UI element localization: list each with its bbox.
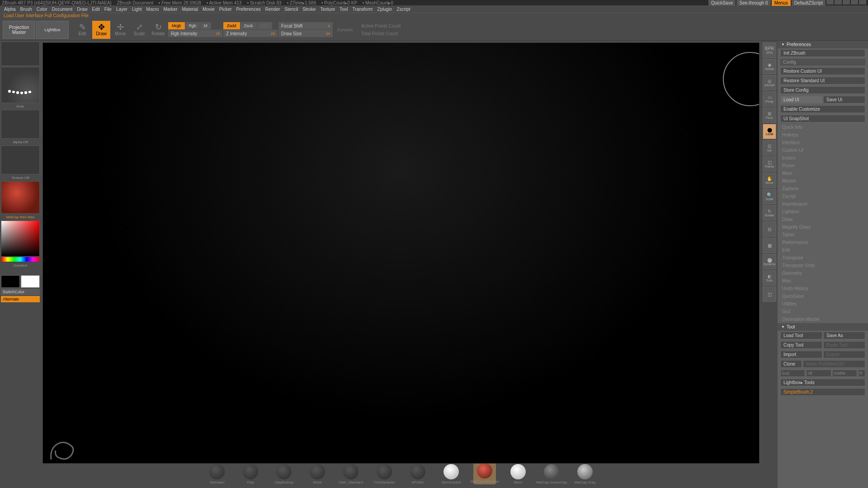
nav-local-button[interactable]: ⬤Local	[763, 124, 776, 139]
move-tool[interactable]: ✢Move	[111, 21, 129, 39]
texture-slot[interactable]	[1, 145, 40, 174]
menu-marker[interactable]: Marker	[161, 7, 179, 12]
clone-button[interactable]: Clone	[780, 360, 802, 368]
material-slot-blinn[interactable]: Blinn	[507, 464, 529, 484]
material-slot-skinshade4[interactable]: SkinShade4	[440, 464, 462, 484]
pref-section-mem[interactable]: Mem	[778, 169, 868, 177]
pref-section-decimation-master[interactable]: Decimation Master	[778, 315, 868, 323]
menu-texture[interactable]: Texture	[318, 7, 337, 12]
menu-layer[interactable]: Layer	[114, 7, 130, 12]
preferences-header[interactable]: ▼Preferences	[778, 41, 868, 48]
brush-slot-trimdynamic[interactable]: TrimDynamic	[373, 464, 396, 484]
menus-toggle[interactable]: Menus	[772, 0, 791, 6]
switchcolor-button[interactable]: SwitchColor	[1, 289, 40, 295]
pref-section-picker[interactable]: Picker	[778, 162, 868, 169]
menu-preferences[interactable]: Preferences	[234, 7, 263, 12]
restore-standard-ui-button[interactable]: Restore Standard UI	[780, 77, 865, 84]
pref-section-hotkeys[interactable]: Hotkeys	[778, 131, 868, 139]
enable-customize-button[interactable]: Enable Customize	[780, 105, 865, 113]
menu-brush[interactable]: Brush	[18, 7, 34, 12]
z-intensity-slider[interactable]: Z Intensity25	[223, 30, 278, 37]
pref-section-transpose-units[interactable]: Transpose Units	[778, 262, 868, 269]
nav-◫-button[interactable]: ◫	[763, 286, 776, 302]
pref-section-quicksave[interactable]: QuickSave	[778, 292, 868, 300]
goz-button[interactable]: GoZ	[780, 370, 805, 377]
menu-draw[interactable]: Draw	[75, 7, 90, 12]
pref-section-draw[interactable]: Draw	[778, 216, 868, 223]
pref-section-zscript[interactable]: Zscript	[778, 192, 868, 200]
init-zbrush-button[interactable]: Init ZBrush	[780, 49, 865, 57]
pref-section-goz[interactable]: GoZ	[778, 308, 868, 315]
load-ui-button[interactable]: Load Ui	[780, 96, 822, 103]
lightbox-button[interactable]: LightBox	[36, 21, 69, 39]
rgb-intensity-slider[interactable]: Rgb Intensity25	[168, 30, 222, 37]
menu-macro[interactable]: Macro	[144, 7, 161, 12]
brush-slot-cam_standard[interactable]: Cam_Standard	[340, 464, 362, 484]
rgb-button[interactable]: Rgb	[185, 22, 200, 29]
nav-aahalf-button[interactable]: ◎AAHalf	[763, 75, 776, 90]
secondary-color-swatch[interactable]	[1, 275, 20, 288]
pref-section-transpose[interactable]: Transpose	[778, 254, 868, 262]
m-button[interactable]: M	[200, 22, 211, 29]
menu-alpha[interactable]: Alpha	[2, 7, 18, 12]
menu-render[interactable]: Render	[263, 7, 283, 12]
projection-master-button[interactable]: Projection Master	[3, 21, 35, 39]
menu-edit[interactable]: Edit	[90, 7, 102, 12]
brush-slot-hpolish[interactable]: hPolish	[406, 464, 429, 484]
alternate-button[interactable]: Alternate	[1, 296, 40, 302]
material-slot-matcap-gray[interactable]: MatCap Gray	[574, 464, 596, 484]
zsub-button[interactable]: Zsub	[241, 22, 257, 29]
min-button[interactable]	[826, 0, 834, 5]
help-button[interactable]	[843, 0, 850, 5]
nav-xyz-button[interactable]: ⊡xyz	[763, 140, 776, 155]
rotate-tool[interactable]: ↻Rotate	[149, 21, 167, 39]
pref-section-quick-info[interactable]: Quick Info	[778, 123, 868, 131]
pref-section-tablet[interactable]: Tablet	[778, 231, 868, 239]
material-slot-matcap-greenclay[interactable]: MatCap GreenClay	[540, 464, 563, 484]
lightbox-tools-button[interactable]: Lightbox▸ Tools	[780, 379, 865, 386]
material-slot-matcap-red-wax[interactable]: MatCap Red Wax	[473, 462, 496, 484]
pref-section-utilities[interactable]: Utilities	[778, 300, 868, 308]
mrgb-button[interactable]: Mrgb	[168, 22, 185, 29]
zadd-button[interactable]: Zadd	[223, 22, 240, 29]
document-canvas[interactable]	[42, 42, 760, 464]
hide-button[interactable]	[851, 0, 858, 5]
nav-rotate-button[interactable]: ↻Rotate	[763, 205, 776, 221]
pref-section-magnify-glass[interactable]: Magnify Glass	[778, 223, 868, 231]
menu-zplugin[interactable]: Zplugin	[375, 7, 395, 12]
menu-color[interactable]: Color	[34, 7, 50, 12]
ui-snapshot-button[interactable]: Ui SnapShot	[780, 115, 865, 122]
pref-section-misc[interactable]: Misc	[778, 277, 868, 285]
pref-section-edit[interactable]: Edit	[778, 246, 868, 254]
seethrough-slider[interactable]: See-through 0	[736, 0, 770, 6]
menu-stencil[interactable]: Stencil	[282, 7, 300, 12]
config-section[interactable]: Config	[780, 59, 865, 66]
brush-slot-clay[interactable]: Clay	[239, 464, 262, 484]
nav-actual-button[interactable]: ◉Actual	[763, 59, 776, 74]
pref-section-geometry[interactable]: Geometry	[778, 269, 868, 277]
nav-frame-button[interactable]: ◱Frame	[763, 156, 776, 172]
focal-shift-slider[interactable]: Focal Shift0	[278, 22, 333, 29]
nav-dynamic-button[interactable]: ⬤Dynamic	[763, 254, 776, 269]
pref-section-undo-history[interactable]: Undo History	[778, 285, 868, 292]
color-picker[interactable]	[1, 221, 40, 257]
pref-section-interface[interactable]: Interface	[778, 139, 868, 146]
nav-scale-button[interactable]: 🔍Scale	[763, 189, 776, 204]
quicksave-button[interactable]: QuickSave	[708, 0, 736, 6]
load-tool-button[interactable]: Load Tool	[780, 332, 822, 339]
draw-tool[interactable]: ✥Draw	[92, 21, 110, 39]
brush-slot-standard[interactable]: Standard	[206, 464, 228, 484]
defaultzscript-button[interactable]: DefaultZScript	[792, 0, 826, 6]
menu-transform[interactable]: Transform	[350, 7, 375, 12]
nav-persp-button[interactable]: ▭Persp	[763, 91, 776, 107]
material-preview[interactable]	[1, 181, 40, 214]
save-as-button[interactable]: Save As	[823, 332, 865, 339]
menu-file[interactable]: File	[102, 7, 114, 12]
pref-section-lightbox[interactable]: Lightbox	[778, 208, 868, 216]
menu-stroke[interactable]: Stroke	[300, 7, 318, 12]
pref-section-zsphere[interactable]: Zsphere	[778, 185, 868, 192]
scale-tool[interactable]: ⤢Scale	[130, 21, 148, 39]
menu-material[interactable]: Material	[180, 7, 201, 12]
menu-tool[interactable]: Tool	[337, 7, 350, 12]
menu-picker[interactable]: Picker	[217, 7, 234, 12]
